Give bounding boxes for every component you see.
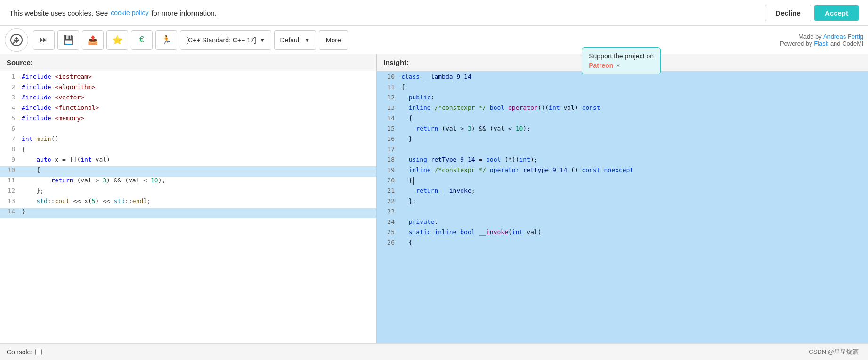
footer-right: CSDN @星星烧酒	[377, 343, 868, 360]
powered-by-prefix: Powered by	[780, 40, 812, 47]
more-button[interactable]: More	[319, 30, 348, 50]
compile-icon: €	[139, 35, 144, 45]
close-icon[interactable]: ×	[616, 62, 620, 69]
run-icon: ⏭	[40, 35, 48, 45]
accept-button[interactable]: Accept	[814, 5, 859, 21]
table-row: 6	[0, 125, 376, 135]
svg-line-4	[13, 42, 15, 44]
list-item: 13 inline /*constexpr */ bool operator()…	[377, 104, 868, 115]
list-item: 23	[377, 208, 868, 218]
toolbar: ⏭ 💾 📤 ⭐ € 🏃 [C++ Standard: C++ 17] ▼ Def…	[0, 26, 868, 54]
save-icon: 💾	[63, 35, 73, 45]
logo-icon	[10, 33, 23, 47]
codemir-label: CodeMi	[842, 40, 863, 47]
table-row: 10 {	[0, 166, 376, 177]
insight-code-area[interactable]: 10 class __lambda_9_14 11 { 12 public: 1…	[377, 71, 868, 360]
table-row: 5 #include <memory>	[0, 115, 376, 125]
compile-button[interactable]: €	[131, 30, 153, 50]
table-row: 12 };	[0, 187, 376, 197]
chevron-down-icon: ▼	[305, 37, 310, 43]
console-checkbox[interactable]	[35, 349, 42, 355]
list-item: 20 {	[377, 177, 868, 187]
list-item: 14 {	[377, 115, 868, 125]
save-button[interactable]: 💾	[57, 30, 79, 50]
list-item: 24 private:	[377, 218, 868, 229]
table-row: 9 auto x = [](int val)	[0, 156, 376, 166]
table-row: 7 int main()	[0, 135, 376, 146]
runner-icon: 🏃	[161, 35, 171, 45]
source-code-area[interactable]: 1 #include <iostream> 2 #include <algori…	[0, 71, 376, 360]
logo-button[interactable]	[5, 28, 28, 52]
list-item: 10 class __lambda_9_14	[377, 73, 868, 83]
footer-text: CSDN @星星烧酒	[809, 348, 859, 356]
list-item: 25 static inline bool __invoke(int val)	[377, 229, 868, 239]
table-row: 1 #include <iostream>	[0, 73, 376, 83]
list-item: 19 inline /*constexpr */ operator retTyp…	[377, 166, 868, 177]
decline-button[interactable]: Decline	[765, 5, 811, 21]
chevron-down-icon: ▼	[260, 37, 265, 43]
list-item: 18 using retType_9_14 = bool (*)(int);	[377, 156, 868, 166]
table-row: 2 #include <algorithm>	[0, 83, 376, 94]
support-text-line1: Support the project on	[589, 52, 654, 60]
star-icon: ⭐	[112, 35, 122, 45]
patreon-label[interactable]: Patreon	[589, 62, 613, 69]
cookie-banner: This website uses cookies. See cookie po…	[0, 0, 868, 26]
table-row: 11 return (val > 3) && (val < 10);	[0, 177, 376, 187]
cookie-rest: for more information.	[151, 9, 216, 17]
list-item: 22 };	[377, 197, 868, 208]
upload-button[interactable]: 📤	[82, 30, 104, 50]
made-by: Made by Andreas Fertig Powered by Flask …	[780, 33, 863, 47]
upload-icon: 📤	[88, 35, 98, 45]
console-bar: Console:	[0, 343, 377, 360]
cookie-policy-link[interactable]: cookie policy	[111, 9, 148, 16]
table-row: 3 #include <vector>	[0, 94, 376, 104]
default-select[interactable]: Default ▼	[274, 30, 316, 50]
source-header: Source:	[0, 54, 376, 71]
table-row: 4 #include <functional>	[0, 104, 376, 115]
table-row: 14 }	[0, 208, 376, 218]
default-label: Default	[280, 36, 301, 44]
list-item: 15 return (val > 3) && (val < 10);	[377, 125, 868, 135]
settings-button[interactable]: 🏃	[155, 30, 177, 50]
bookmark-button[interactable]: ⭐	[106, 30, 128, 50]
standard-label: [C++ Standard: C++ 17]	[186, 36, 256, 44]
standard-select[interactable]: [C++ Standard: C++ 17] ▼	[180, 30, 271, 50]
made-by-name-link[interactable]: Andreas Fertig	[823, 33, 863, 40]
run-button[interactable]: ⏭	[33, 30, 55, 50]
panels: Source: 1 #include <iostream> 2 #include…	[0, 54, 868, 360]
list-item: 12 public:	[377, 94, 868, 104]
made-by-prefix: Made by	[798, 33, 822, 40]
list-item: 26 {	[377, 239, 868, 249]
powered-by-and: and	[830, 40, 841, 47]
table-row: 8 {	[0, 146, 376, 156]
main-content: Source: 1 #include <iostream> 2 #include…	[0, 54, 868, 360]
console-label: Console:	[7, 348, 32, 356]
source-panel: Source: 1 #include <iostream> 2 #include…	[0, 54, 377, 360]
flask-link[interactable]: Flask	[814, 40, 828, 47]
list-item: 21 return __invoke;	[377, 187, 868, 197]
cookie-text: This website uses cookies. See	[9, 9, 108, 17]
support-popup: Support the project on Patreon ×	[582, 47, 661, 74]
list-item: 11 {	[377, 83, 868, 94]
list-item: 17	[377, 146, 868, 156]
insight-panel: Insight: 10 class __lambda_9_14 11 { 12 …	[377, 54, 868, 360]
table-row: 13 std::cout << x(5) << std::endl;	[0, 197, 376, 208]
list-item: 16 }	[377, 135, 868, 146]
